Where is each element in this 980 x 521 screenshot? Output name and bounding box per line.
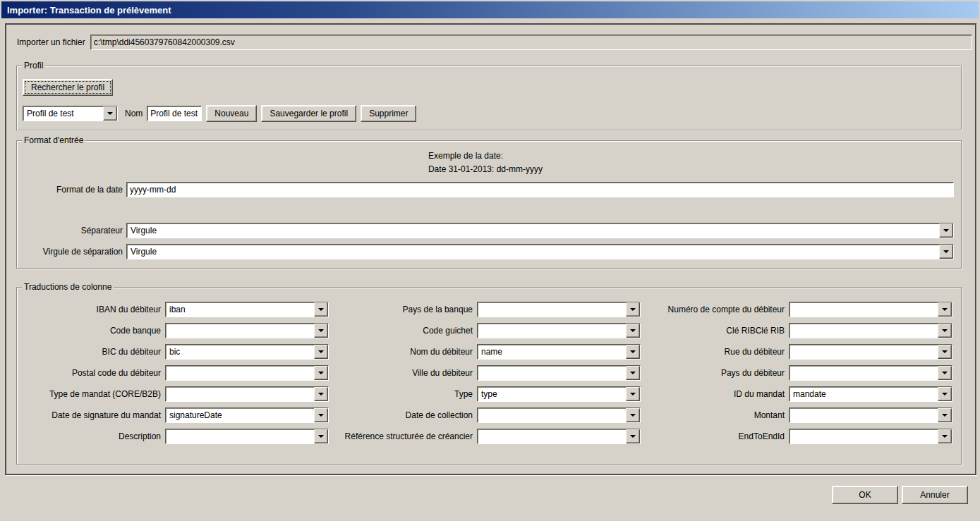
- comma-separator-select[interactable]: Virgule: [126, 244, 954, 259]
- column-translation-select[interactable]: [477, 407, 641, 423]
- column-translation-label: ID du mandat: [643, 389, 789, 399]
- save-profile-button[interactable]: Sauvegarder le profil: [261, 105, 356, 122]
- column-translation-label: Code guichet: [332, 326, 477, 336]
- column-translation-select[interactable]: [789, 429, 952, 444]
- column-translation-label: Description: [20, 431, 165, 441]
- column-translation-select[interactable]: [477, 429, 641, 444]
- column-translation-row: Code banque: [20, 320, 332, 341]
- column-translation-label: Pays de la banque: [332, 305, 477, 314]
- chevron-down-icon[interactable]: [938, 302, 952, 317]
- column-translation-select[interactable]: [165, 365, 329, 381]
- profile-name-input[interactable]: [147, 106, 202, 121]
- chevron-down-icon[interactable]: [314, 408, 328, 422]
- column-translation-select[interactable]: name: [477, 344, 641, 360]
- chevron-down-icon[interactable]: [938, 366, 952, 380]
- dialog-footer: OK Annuler: [832, 486, 968, 504]
- cancel-button[interactable]: Annuler: [902, 486, 968, 504]
- chevron-down-icon[interactable]: [314, 302, 328, 317]
- column-translation-row: Nom du débiteur name: [332, 341, 643, 362]
- chevron-down-icon[interactable]: [626, 408, 640, 422]
- column-translation-select[interactable]: [477, 323, 641, 338]
- comma-separator-label: Virgule de séparation: [17, 247, 126, 257]
- column-translation-row: Pays de la banque: [332, 299, 643, 320]
- column-translation-select[interactable]: type: [477, 386, 641, 402]
- separator-select[interactable]: Virgule: [126, 223, 954, 238]
- chevron-down-icon[interactable]: [939, 223, 953, 238]
- column-translations-groupbox: Traductions de colonne IBAN du débiteur …: [16, 287, 962, 465]
- column-translation-row: Date de signature du mandat signatureDat…: [20, 405, 332, 426]
- chevron-down-icon[interactable]: [938, 408, 952, 422]
- profile-select[interactable]: Profil de test: [23, 106, 118, 121]
- column-translations-groupbox-title: Traductions de colonne: [22, 282, 114, 292]
- chevron-down-icon[interactable]: [314, 366, 328, 380]
- column-translation-row: BIC du débiteur bic: [20, 341, 332, 362]
- column-translation-select[interactable]: bic: [165, 344, 329, 360]
- column-translation-select-value: type: [478, 387, 640, 400]
- import-file-input[interactable]: [90, 35, 972, 50]
- column-translation-label: Rue du débiteur: [643, 347, 789, 357]
- chevron-down-icon[interactable]: [626, 302, 640, 317]
- delete-profile-button[interactable]: Supprimer: [361, 105, 416, 122]
- column-translation-label: IBAN du débiteur: [20, 305, 165, 314]
- separator-label: Séparateur: [17, 226, 126, 235]
- date-format-input[interactable]: [126, 182, 954, 197]
- column-translation-row: Montant: [643, 405, 955, 426]
- chevron-down-icon[interactable]: [103, 106, 117, 121]
- column-translation-label: Numéro de compte du débiteur: [643, 305, 789, 314]
- column-translation-select[interactable]: [165, 386, 329, 402]
- profil-groupbox: Profil Rechercher le profil Profil de te…: [16, 66, 962, 130]
- column-translation-label: Clé RIBClé RIB: [643, 326, 789, 336]
- column-translation-select[interactable]: [477, 302, 641, 317]
- column-translation-select-value: [790, 408, 952, 410]
- chevron-down-icon[interactable]: [626, 345, 640, 359]
- column-translation-label: Type: [332, 389, 477, 399]
- chevron-down-icon[interactable]: [938, 345, 952, 359]
- column-translation-select[interactable]: signatureDate: [165, 407, 329, 423]
- column-translation-label: Ville du débiteur: [332, 368, 477, 378]
- chevron-down-icon[interactable]: [314, 429, 328, 443]
- column-translation-label: BIC du débiteur: [20, 347, 165, 357]
- column-translation-label: Date de collection: [332, 410, 477, 420]
- column-translation-select[interactable]: [789, 302, 952, 317]
- new-profile-button[interactable]: Nouveau: [206, 105, 257, 122]
- column-translation-select[interactable]: [789, 323, 952, 338]
- date-format-label: Format de la date: [17, 185, 126, 195]
- column-translation-select[interactable]: [789, 407, 952, 423]
- column-translation-row: Référence structurée de créancier: [332, 426, 643, 447]
- column-translation-select[interactable]: [789, 365, 952, 381]
- chevron-down-icon[interactable]: [626, 366, 640, 380]
- chevron-down-icon[interactable]: [626, 387, 640, 401]
- column-translation-select[interactable]: [477, 365, 641, 381]
- column-translation-select-value: [790, 345, 952, 347]
- column-translation-select[interactable]: iban: [165, 302, 329, 317]
- chevron-down-icon[interactable]: [626, 324, 640, 338]
- search-profile-button[interactable]: Rechercher le profil: [23, 79, 113, 96]
- date-example-line2: Date 31-01-2013: dd-mm-yyyy: [428, 163, 543, 176]
- chevron-down-icon[interactable]: [938, 387, 952, 401]
- column-translation-row: Pays du débiteur: [643, 362, 955, 384]
- chevron-down-icon[interactable]: [314, 345, 328, 359]
- column-translation-select-value: [790, 366, 952, 368]
- column-translation-label: Code banque: [20, 326, 165, 336]
- column-translation-row: IBAN du débiteur iban: [20, 299, 332, 320]
- chevron-down-icon[interactable]: [939, 245, 953, 259]
- chevron-down-icon[interactable]: [938, 324, 952, 338]
- column-translation-label: Type de mandat (CORE/B2B): [20, 389, 165, 399]
- column-translation-select[interactable]: [165, 323, 329, 338]
- chevron-down-icon[interactable]: [314, 324, 328, 338]
- window-title: Importer: Transaction de prélèvement: [7, 5, 171, 16]
- column-translation-select[interactable]: [165, 429, 329, 444]
- chevron-down-icon[interactable]: [626, 429, 640, 443]
- column-translation-select-value: [790, 324, 952, 326]
- column-translation-select-value: [166, 429, 328, 431]
- ok-button[interactable]: OK: [832, 486, 898, 504]
- column-translation-row: Rue du débiteur: [643, 341, 955, 362]
- column-translation-select-value: mandate: [790, 387, 952, 400]
- chevron-down-icon[interactable]: [938, 429, 952, 443]
- chevron-down-icon[interactable]: [314, 387, 328, 401]
- column-translation-select[interactable]: [789, 344, 952, 360]
- column-translation-select[interactable]: mandate: [789, 386, 952, 402]
- separator-select-value: Virgule: [127, 223, 953, 236]
- column-translation-row: ID du mandat mandate: [643, 384, 955, 405]
- dialog-body: Importer un fichier Profil Rechercher le…: [5, 23, 976, 475]
